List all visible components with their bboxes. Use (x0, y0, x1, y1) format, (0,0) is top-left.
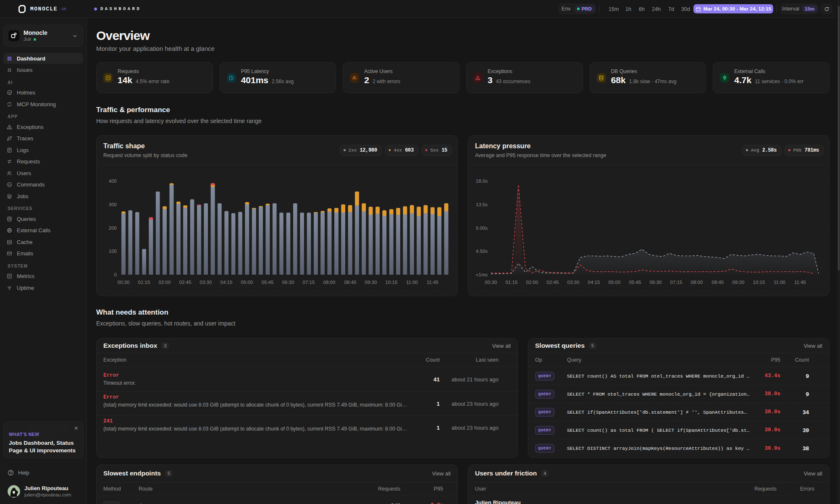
svg-text:07:15: 07:15 (303, 280, 315, 285)
svg-text:00:30: 00:30 (118, 280, 130, 285)
svg-text:05:00: 05:00 (241, 280, 253, 285)
svg-text:300: 300 (109, 202, 117, 207)
svg-text:02:45: 02:45 (547, 280, 559, 285)
svg-text:01:15: 01:15 (506, 280, 518, 285)
svg-text:200: 200 (109, 226, 117, 231)
svg-text:02:45: 02:45 (179, 280, 192, 285)
svg-text:07:15: 07:15 (670, 280, 682, 285)
svg-text:06:30: 06:30 (650, 280, 662, 285)
svg-text:08:00: 08:00 (323, 280, 336, 285)
svg-text:09:30: 09:30 (732, 280, 745, 285)
svg-text:02:00: 02:00 (159, 280, 171, 285)
svg-text:13.5s: 13.5s (476, 202, 488, 207)
svg-text:05:45: 05:45 (629, 280, 641, 285)
svg-text:11:45: 11:45 (427, 280, 438, 285)
svg-text:100: 100 (109, 249, 117, 254)
svg-text:04:15: 04:15 (220, 280, 233, 285)
svg-text:11:00: 11:00 (406, 280, 418, 285)
svg-text:01:15: 01:15 (138, 280, 150, 285)
svg-text:400: 400 (109, 178, 117, 184)
svg-text:10:15: 10:15 (753, 280, 765, 285)
svg-text:4.50s: 4.50s (476, 249, 488, 254)
svg-text:05:00: 05:00 (609, 280, 621, 285)
svg-text:11:00: 11:00 (774, 280, 785, 285)
svg-text:10:15: 10:15 (386, 280, 398, 285)
svg-text:0: 0 (114, 272, 117, 277)
svg-text:08:00: 08:00 (691, 280, 703, 285)
svg-text:03:30: 03:30 (200, 280, 212, 285)
svg-text:00:30: 00:30 (485, 280, 497, 285)
svg-text:05:45: 05:45 (262, 280, 274, 285)
svg-text:<1ms: <1ms (476, 272, 488, 277)
svg-text:04:15: 04:15 (588, 280, 600, 285)
svg-text:08:45: 08:45 (712, 280, 724, 285)
svg-text:18.0s: 18.0s (476, 178, 488, 184)
svg-text:08:45: 08:45 (344, 280, 357, 285)
svg-text:06:30: 06:30 (282, 280, 294, 285)
svg-text:09:30: 09:30 (365, 280, 377, 285)
svg-text:11:45: 11:45 (794, 280, 806, 285)
svg-text:9.00s: 9.00s (476, 226, 488, 231)
svg-text:02:00: 02:00 (526, 280, 538, 285)
svg-text:03:30: 03:30 (567, 280, 580, 285)
